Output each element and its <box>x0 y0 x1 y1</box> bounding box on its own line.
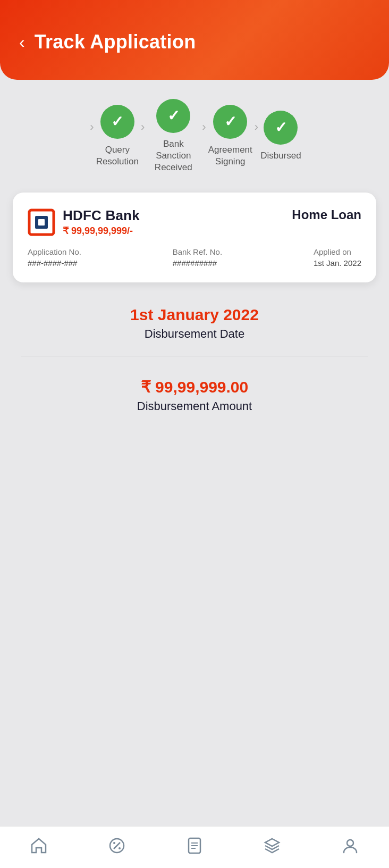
bank-ref-label: Bank Ref. No. <box>173 247 222 256</box>
nav-layers[interactable] <box>263 836 282 855</box>
step-circle-query-resolution: ✓ <box>100 105 134 139</box>
nav-documents[interactable] <box>185 836 204 855</box>
step-circle-disbursed: ✓ <box>264 111 298 145</box>
user-icon <box>341 836 360 855</box>
checkmark-icon-2: ✓ <box>167 108 180 123</box>
application-no-label: Application No. <box>28 247 81 256</box>
loan-type: Home Loan <box>292 207 361 222</box>
svg-point-4 <box>113 842 115 844</box>
svg-point-5 <box>119 847 121 849</box>
hdfc-logo-icon <box>28 208 55 236</box>
bank-info: HDFC Bank ₹ 99,99,99,999/- <box>28 207 140 237</box>
nav-home[interactable] <box>29 836 48 855</box>
checkmark-icon-4: ✓ <box>275 120 287 135</box>
loan-card: HDFC Bank ₹ 99,99,99,999/- Home Loan App… <box>13 193 376 282</box>
disbursement-amount-label: Disbursement Amount <box>137 399 252 413</box>
step-label-disbursed: Disbursed <box>260 150 301 162</box>
bank-name: HDFC Bank <box>63 207 140 224</box>
application-no-field: Application No. ###-####-### <box>28 247 81 268</box>
disbursement-date-value: 1st January 2022 <box>130 306 259 324</box>
arrow-1: › <box>141 120 145 134</box>
nav-offers[interactable] <box>107 836 126 855</box>
bank-ref-value: ########## <box>173 258 222 268</box>
svg-point-11 <box>347 840 353 846</box>
arrow-3: › <box>255 120 258 134</box>
checkmark-icon-3: ✓ <box>224 114 236 129</box>
step-label-query-resolution: QueryResolution <box>96 144 139 168</box>
arrow-2: › <box>202 120 206 134</box>
step-circle-bank-sanction: ✓ <box>156 99 190 133</box>
header: ‹ Track Application <box>0 0 389 80</box>
disbursement-section: 1st January 2022 Disbursement Date <box>0 295 389 345</box>
disbursement-amount-section: ₹ 99,99,999.00 Disbursement Amount <box>0 367 389 413</box>
step-query-resolution: ✓ QueryResolution <box>96 105 139 168</box>
checkmark-icon: ✓ <box>111 114 123 129</box>
home-icon <box>29 836 48 855</box>
progress-steps: › ✓ QueryResolution › ✓ Bank SanctionRec… <box>0 80 389 184</box>
card-bottom: Application No. ###-####-### Bank Ref. N… <box>28 247 361 268</box>
step-label-bank-sanction: Bank SanctionReceived <box>147 138 200 173</box>
back-button[interactable]: ‹ <box>19 34 25 51</box>
page-title: Track Application <box>35 31 196 53</box>
applied-on-value: 1st Jan. 2022 <box>314 258 361 268</box>
percent-icon <box>107 836 126 855</box>
step-agreement-signing: ✓ AgreementSigning <box>208 105 252 168</box>
step-circle-agreement: ✓ <box>213 105 247 139</box>
disbursement-amount-value: ₹ 99,99,999.00 <box>141 378 249 396</box>
card-top: HDFC Bank ₹ 99,99,99,999/- Home Loan <box>28 207 361 237</box>
disbursement-date-label: Disbursement Date <box>145 327 244 341</box>
svg-rect-2 <box>38 219 45 226</box>
step-label-agreement: AgreementSigning <box>208 144 252 168</box>
nav-profile[interactable] <box>341 836 360 855</box>
prev-arrow: › <box>90 120 94 134</box>
step-disbursed: ✓ Disbursed <box>260 111 301 162</box>
layers-icon <box>263 836 282 855</box>
bottom-nav <box>0 826 389 868</box>
section-divider <box>21 356 368 356</box>
applied-on-field: Applied on 1st Jan. 2022 <box>314 247 361 268</box>
document-icon <box>185 836 204 855</box>
bank-ref-field: Bank Ref. No. ########## <box>173 247 222 268</box>
main-content: › ✓ QueryResolution › ✓ Bank SanctionRec… <box>0 80 389 826</box>
bank-amount: ₹ 99,99,99,999/- <box>63 225 140 237</box>
applied-on-label: Applied on <box>314 247 361 256</box>
bank-name-amount: HDFC Bank ₹ 99,99,99,999/- <box>63 207 140 237</box>
step-bank-sanction: ✓ Bank SanctionReceived <box>147 99 200 173</box>
application-no-value: ###-####-### <box>28 258 81 268</box>
